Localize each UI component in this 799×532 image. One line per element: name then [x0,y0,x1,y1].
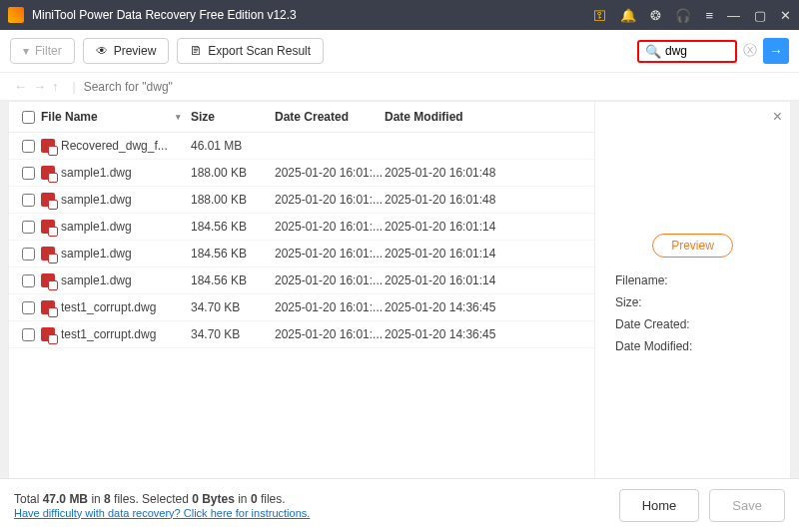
meta-filename-label: Filename: [615,273,778,287]
globe-icon[interactable]: ❂ [650,8,661,23]
file-name: test1_corrupt.dwg [61,327,156,341]
file-created: 2025-01-20 16:01:... [275,247,385,261]
file-icon [41,300,55,314]
breadcrumb-text: Search for "dwg" [84,80,173,94]
file-name: sample1.dwg [61,193,132,207]
select-all-checkbox[interactable] [22,111,35,124]
file-icon [41,139,55,153]
status-text: Total 47.0 MB in 8 files. Selected 0 Byt… [14,492,310,520]
file-modified: 2025-01-20 16:01:48 [385,166,514,180]
help-link[interactable]: Have difficulty with data recovery? Clic… [14,507,310,519]
row-checkbox[interactable] [22,140,35,153]
file-modified: 2025-01-20 16:01:48 [385,193,514,207]
file-size: 188.00 KB [191,166,275,180]
table-header: File Name▾ Size Date Created Date Modifi… [9,102,594,133]
key-icon[interactable]: ⚿ [593,8,606,23]
eye-icon: 👁 [96,44,108,58]
col-header-modified[interactable]: Date Modified [385,110,514,124]
file-modified: 2025-01-20 16:01:14 [385,220,514,234]
results-table: File Name▾ Size Date Created Date Modifi… [9,102,594,509]
preview-button[interactable]: 👁 Preview [83,38,170,64]
status-bar: Total 47.0 MB in 8 files. Selected 0 Byt… [0,478,799,532]
preview-panel: × Preview Filename: Size: Date Created: … [594,102,790,509]
file-size: 34.70 KB [191,300,275,314]
file-modified: 2025-01-20 14:36:45 [385,327,514,341]
file-icon [41,193,55,207]
row-checkbox[interactable] [22,274,35,287]
col-header-size[interactable]: Size [191,110,275,124]
meta-modified-label: Date Modified: [615,339,778,353]
file-icon [41,220,55,234]
row-checkbox[interactable] [22,328,35,341]
row-checkbox[interactable] [22,221,35,234]
file-name: sample1.dwg [61,273,132,287]
table-row[interactable]: sample1.dwg188.00 KB2025-01-20 16:01:...… [9,187,594,214]
nav-forward-icon[interactable]: → [33,79,46,94]
file-name: sample1.dwg [61,247,132,261]
panel-preview-button[interactable]: Preview [652,234,733,258]
main-area: File Name▾ Size Date Created Date Modifi… [8,101,791,510]
menu-icon[interactable]: ≡ [705,8,713,23]
table-row[interactable]: Recovered_dwg_f...46.01 MB [9,133,594,160]
minimize-icon[interactable]: — [727,8,740,23]
file-size: 46.01 MB [191,139,275,153]
nav-up-icon[interactable]: ↑ [52,79,59,94]
col-header-name[interactable]: File Name▾ [41,110,191,124]
file-icon [41,327,55,341]
bell-icon[interactable]: 🔔 [620,8,636,23]
table-row[interactable]: sample1.dwg188.00 KB2025-01-20 16:01:...… [9,160,594,187]
sort-indicator-icon: ▾ [176,112,181,122]
file-created: 2025-01-20 16:01:... [275,300,385,314]
save-button[interactable]: Save [709,489,785,522]
row-checkbox[interactable] [22,248,35,261]
title-bar: MiniTool Power Data Recovery Free Editio… [0,0,799,30]
file-name: sample1.dwg [61,166,132,180]
funnel-icon: ▾ [23,44,29,58]
file-modified: 2025-01-20 16:01:14 [385,247,514,261]
table-row[interactable]: test1_corrupt.dwg34.70 KB2025-01-20 16:0… [9,294,594,321]
table-row[interactable]: sample1.dwg184.56 KB2025-01-20 16:01:...… [9,267,594,294]
file-created: 2025-01-20 16:01:... [275,327,385,341]
search-go-button[interactable]: → [763,38,789,64]
file-created: 2025-01-20 16:01:... [275,273,385,287]
file-modified: 2025-01-20 16:01:14 [385,273,514,287]
file-size: 34.70 KB [191,327,275,341]
search-input[interactable] [665,44,725,58]
file-size: 184.56 KB [191,220,275,234]
col-header-created[interactable]: Date Created [275,110,385,124]
app-title: MiniTool Power Data Recovery Free Editio… [32,8,593,22]
file-created: 2025-01-20 16:01:... [275,220,385,234]
file-icon [41,166,55,180]
table-row[interactable]: sample1.dwg184.56 KB2025-01-20 16:01:...… [9,241,594,267]
file-size: 188.00 KB [191,193,275,207]
clear-search-icon[interactable]: ⓧ [743,42,757,60]
close-panel-icon[interactable]: × [773,108,782,126]
row-checkbox[interactable] [22,301,35,314]
close-icon[interactable]: ✕ [780,8,791,23]
export-button[interactable]: 🖹 Export Scan Result [177,38,324,64]
export-icon: 🖹 [190,44,202,58]
toolbar: ▾ Filter 👁 Preview 🖹 Export Scan Result … [0,30,799,73]
search-icon: 🔍 [645,44,661,59]
headphones-icon[interactable]: 🎧 [675,8,691,23]
row-checkbox[interactable] [22,167,35,180]
file-created: 2025-01-20 16:01:... [275,166,385,180]
table-row[interactable]: test1_corrupt.dwg34.70 KB2025-01-20 16:0… [9,321,594,348]
breadcrumb-bar: ← → ↑ | Search for "dwg" [0,73,799,101]
filter-button[interactable]: ▾ Filter [10,38,75,64]
file-name: test1_corrupt.dwg [61,300,156,314]
file-name: sample1.dwg [61,220,132,234]
nav-back-icon[interactable]: ← [14,79,27,94]
meta-created-label: Date Created: [615,317,778,331]
file-icon [41,273,55,287]
table-row[interactable]: sample1.dwg184.56 KB2025-01-20 16:01:...… [9,214,594,241]
maximize-icon[interactable]: ▢ [754,8,766,23]
search-box: 🔍 [637,40,737,63]
home-button[interactable]: Home [619,489,700,522]
file-modified: 2025-01-20 14:36:45 [385,300,514,314]
file-size: 184.56 KB [191,247,275,261]
row-checkbox[interactable] [22,194,35,207]
file-created: 2025-01-20 16:01:... [275,193,385,207]
file-size: 184.56 KB [191,273,275,287]
app-logo-icon [8,7,24,23]
